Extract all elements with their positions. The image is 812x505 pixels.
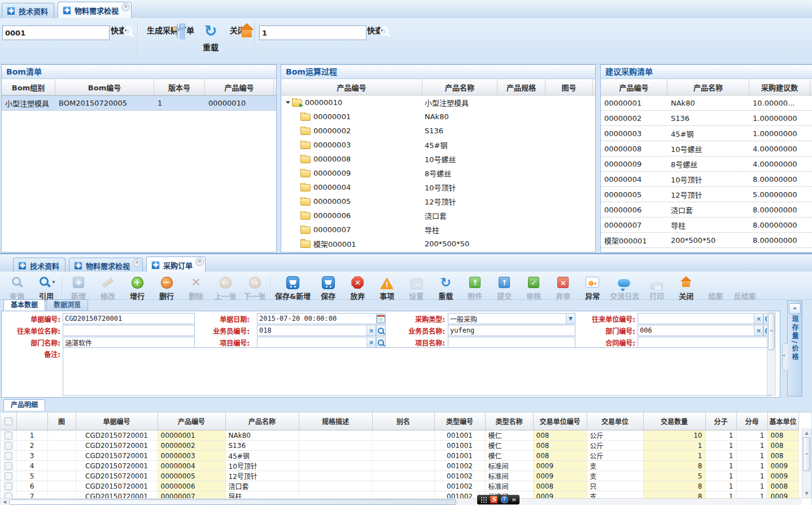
detail-column-header[interactable]: 产品名称 <box>225 412 299 430</box>
detail-column-header[interactable]: 别名 <box>372 412 434 430</box>
quick-search-button-1[interactable]: 快查 <box>90 23 147 36</box>
calendar-icon[interactable] <box>376 313 386 324</box>
tree-node[interactable]: 00000002S136 <box>281 124 595 138</box>
detail-row[interactable]: 6CGD2015072000100000006浇口套001002标准间0008只… <box>1 481 798 491</box>
add-row-button[interactable]: +增行 <box>123 273 152 303</box>
events-button[interactable]: 事项 <box>372 273 401 303</box>
clear-icon[interactable]: × <box>754 325 763 336</box>
tab-物料需求检视[interactable]: 物料需求检视× <box>69 258 143 273</box>
project-name-input[interactable] <box>448 337 575 348</box>
detail-v-scrollbar[interactable]: ▲ ≡ ▼ <box>802 429 811 498</box>
tree-node[interactable]: 00000001NAk80 <box>281 110 595 124</box>
column-header[interactable]: 产品编号 <box>205 79 274 95</box>
purchase-type-select[interactable] <box>448 313 566 324</box>
dept-name-input[interactable] <box>63 337 195 348</box>
reference-button[interactable]: ▾引用 <box>32 273 61 303</box>
detail-row[interactable]: 4CGD201507200010000000410号顶针001002标准间000… <box>1 461 798 471</box>
abnormal-button[interactable]: 异常 <box>578 273 607 303</box>
tab-数据浏览[interactable]: 数据浏览 <box>46 299 88 311</box>
tab-技术资料[interactable]: 技术资料 <box>13 258 66 273</box>
tree-node[interactable]: 000000098号螺丝 <box>281 166 595 180</box>
collapse-icon[interactable]: « <box>789 303 801 314</box>
tab-采购订单[interactable]: 采购订单× <box>146 256 206 273</box>
row-checkbox[interactable] <box>5 442 12 450</box>
detail-column-header[interactable]: 规格描述 <box>299 412 372 430</box>
detail-column-header[interactable] <box>1 412 16 430</box>
reload-button-top[interactable]: ↻ 重载 <box>197 23 225 53</box>
quick-search-button-2[interactable]: 快查 <box>347 23 403 36</box>
lookup-icon[interactable] <box>376 337 386 348</box>
vendor-no-input[interactable] <box>638 313 754 324</box>
close-button-top[interactable]: 关闭 <box>224 23 252 36</box>
table-row[interactable]: 00000001NAk8010.00000... <box>601 95 812 111</box>
salesman-no-input[interactable] <box>257 325 366 336</box>
row-checkbox[interactable] <box>5 462 12 470</box>
select-all-checkbox[interactable] <box>5 417 12 425</box>
tree-node[interactable]: 00000006浇口套 <box>281 208 595 223</box>
clear-icon[interactable]: × <box>366 325 376 336</box>
detail-row[interactable]: 1CGD2015072000100000001NAk80001001模仁008公… <box>1 430 798 441</box>
table-row[interactable]: 0000000512号顶针5.00000000 <box>601 187 812 202</box>
column-header[interactable]: 图号 <box>545 79 593 95</box>
doc-no-input[interactable] <box>63 313 195 324</box>
side-panel-handle[interactable] <box>782 343 788 371</box>
column-header[interactable]: 产品编号 <box>601 79 667 95</box>
column-header[interactable]: Bom组别 <box>2 79 55 95</box>
detail-row[interactable]: 3CGD201507200010000000345#钢001001模仁008公斤… <box>1 451 798 461</box>
tree-node[interactable]: 00000007导柱 <box>281 223 595 237</box>
tree-node[interactable]: 0000000345#钢 <box>281 138 595 152</box>
close-icon[interactable]: × <box>133 259 141 267</box>
dept-no-input[interactable] <box>638 325 754 336</box>
table-row[interactable]: 0000000810号螺丝4.00000000 <box>601 141 812 156</box>
detail-column-header[interactable]: 交易单位编号 <box>533 412 587 430</box>
form-scrollbar[interactable]: ≡ <box>767 312 776 395</box>
table-row[interactable]: 模架000002350*450*1008.00000000 <box>601 248 812 252</box>
detail-column-header[interactable]: 类型名称 <box>485 412 533 430</box>
tab-基本数据[interactable]: 基本数据 <box>3 299 45 311</box>
detail-column-header[interactable]: 交易数量 <box>643 412 705 430</box>
row-checkbox[interactable] <box>5 472 12 480</box>
save-and-new-button[interactable]: 保存&新增 <box>272 273 313 303</box>
detail-column-header[interactable] <box>16 412 47 430</box>
detail-row[interactable]: 2CGD2015072000100000002S136001001模仁008公斤… <box>1 441 798 451</box>
expand-caret-icon[interactable] <box>286 101 290 104</box>
project-no-input[interactable] <box>257 337 366 348</box>
table-row[interactable]: 00000007导柱8.00000000 <box>601 217 812 233</box>
doc-date-input[interactable] <box>257 313 376 324</box>
tab-技术资料[interactable]: 技术资料 <box>2 3 54 18</box>
table-row[interactable]: 00000006浇口套8.00000000 <box>601 202 812 217</box>
detail-column-header[interactable]: 单据编号 <box>76 412 158 430</box>
contract-no-input[interactable] <box>638 337 773 348</box>
tree-node[interactable]: 模架000001200*500*50 <box>281 237 595 251</box>
column-header[interactable]: 产品名称 <box>667 79 749 95</box>
table-row[interactable]: 00000002S1361.00000000 <box>601 111 812 126</box>
row-checkbox[interactable] <box>5 482 12 490</box>
ime-logo-icon[interactable]: S <box>490 496 497 503</box>
stock-price-side-panel[interactable]: « 现存量/价格 <box>787 301 802 397</box>
table-row[interactable]: 0000000410号顶针8.00000000 <box>601 172 812 187</box>
column-header[interactable]: 产品规格 <box>497 79 545 95</box>
row-checkbox[interactable] <box>5 432 12 439</box>
reload-button[interactable]: ↻重载 <box>431 273 460 303</box>
column-header[interactable]: 产品编号 <box>281 79 422 95</box>
detail-column-header[interactable]: 类型编号 <box>434 412 485 430</box>
close-icon[interactable]: × <box>121 3 130 11</box>
vendor-name-input[interactable] <box>63 325 195 336</box>
column-header[interactable]: Bom编号 <box>55 79 154 95</box>
detail-column-header[interactable]: 分母 <box>736 412 767 430</box>
detail-column-header[interactable]: 基本单位 <box>767 412 798 430</box>
row-checkbox[interactable] <box>5 452 12 460</box>
close-button[interactable]: 关闭 <box>671 273 701 303</box>
detail-column-header[interactable]: 交易单位 <box>587 412 643 430</box>
table-row[interactable]: 小型注塑模具BOM20150720005100000010 <box>2 95 276 111</box>
tree-node[interactable]: 00000010小型注塑模具 <box>281 95 595 110</box>
column-header[interactable]: 采购建议数 <box>749 79 810 95</box>
dropdown-caret-icon[interactable]: ▾ <box>53 279 55 285</box>
detail-row[interactable]: 5CGD201507200010000000512号顶针001002标准间000… <box>1 471 798 481</box>
tree-node[interactable]: 0000000410号顶针 <box>281 180 595 194</box>
table-row[interactable]: 0000000345#钢1.00000000 <box>601 126 812 141</box>
table-row[interactable]: 模架000001200*500*508.00000000 <box>601 233 812 248</box>
detail-column-header[interactable]: 产品编号 <box>158 412 225 430</box>
detail-h-scrollbar[interactable]: ◀ <box>1 498 802 505</box>
ime-menu-icon[interactable]: ≡ <box>512 495 516 504</box>
